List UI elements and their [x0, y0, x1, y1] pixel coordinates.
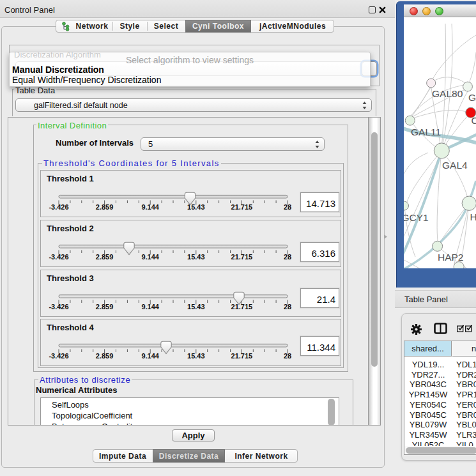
svg-text:9.144: 9.144 — [141, 303, 159, 311]
svg-text:9.144: 9.144 — [141, 203, 159, 211]
svg-text:GAL4: GAL4 — [442, 160, 468, 171]
svg-text:21.715: 21.715 — [231, 203, 253, 211]
svg-text:2.859: 2.859 — [96, 303, 114, 311]
svg-text:2.859: 2.859 — [96, 352, 114, 360]
svg-text:15.43: 15.43 — [187, 352, 205, 360]
svg-text:28: 28 — [284, 352, 291, 360]
svg-text:H: H — [470, 211, 476, 222]
svg-text:9.144: 9.144 — [141, 352, 159, 360]
svg-text:GAL11: GAL11 — [411, 127, 441, 137]
svg-text:-3.426: -3.426 — [49, 203, 68, 211]
svg-text:GA: GA — [468, 92, 476, 103]
svg-text:GCY1: GCY1 — [404, 212, 429, 223]
svg-text:-3.426: -3.426 — [49, 253, 68, 261]
svg-text:2.859: 2.859 — [96, 253, 114, 261]
svg-text:28: 28 — [284, 203, 291, 211]
svg-text:21.715: 21.715 — [231, 303, 253, 311]
svg-text:C: C — [472, 115, 476, 126]
svg-text:-3.426: -3.426 — [49, 352, 68, 360]
svg-text:21.715: 21.715 — [231, 352, 253, 360]
svg-text:15.43: 15.43 — [187, 303, 205, 311]
svg-text:2.859: 2.859 — [96, 203, 114, 211]
svg-text:9.144: 9.144 — [141, 253, 159, 261]
svg-text:28: 28 — [284, 253, 291, 261]
svg-text:28: 28 — [284, 303, 291, 311]
svg-text:15.43: 15.43 — [187, 253, 205, 261]
svg-text:21.715: 21.715 — [231, 253, 253, 261]
svg-text:GAL80: GAL80 — [432, 88, 463, 99]
svg-text:HAP2: HAP2 — [438, 252, 464, 263]
svg-text:-3.426: -3.426 — [49, 303, 68, 311]
